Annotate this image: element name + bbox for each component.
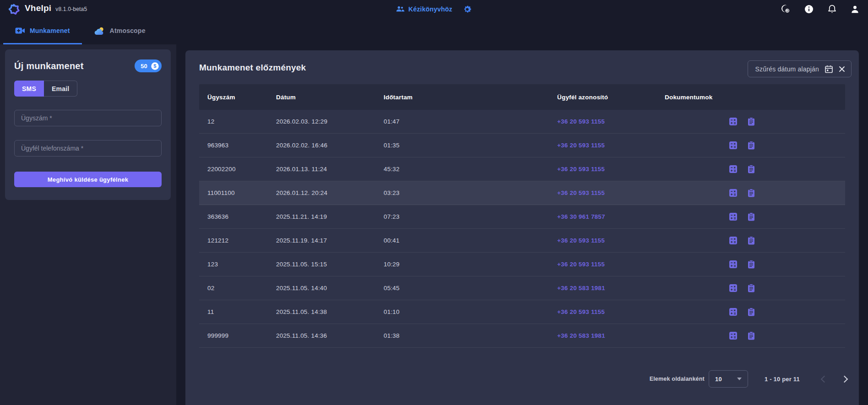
- table-row[interactable]: 02 2025.11.05. 14:40 05:45 +36 20 583 19…: [199, 276, 845, 300]
- settings-gear-icon[interactable]: [462, 5, 472, 14]
- calculator-icon[interactable]: [729, 141, 738, 150]
- info-icon[interactable]: [804, 4, 814, 14]
- table-row[interactable]: 11 2025.11.05. 14:38 01:10 +36 20 593 11…: [199, 300, 845, 324]
- table-row[interactable]: 11001100 2026.01.12. 20:24 03:23 +36 20 …: [199, 181, 845, 205]
- calculator-icon[interactable]: [729, 117, 738, 126]
- manual-link[interactable]: Kézikönyvhöz: [396, 5, 452, 13]
- notifications-bell-icon[interactable]: [827, 4, 837, 14]
- col-header-documents: Dokumentumok: [665, 94, 845, 101]
- client-phone-link[interactable]: +36 20 593 1155: [557, 261, 665, 268]
- cell-case-number: 22002200: [207, 166, 276, 173]
- email-toggle-button[interactable]: Email: [44, 81, 77, 97]
- client-phone-link[interactable]: +36 20 593 1155: [557, 118, 665, 125]
- people-icon: [396, 6, 405, 12]
- clipboard-icon[interactable]: [748, 260, 755, 269]
- chevron-down-icon: [737, 378, 742, 380]
- table-row[interactable]: 12 2026.02.03. 12:29 01:47 +36 20 593 11…: [199, 110, 845, 134]
- col-header-client: Ügyfél azonosító: [557, 94, 665, 101]
- clipboard-icon[interactable]: [748, 212, 755, 221]
- sms-toggle-button[interactable]: SMS: [14, 81, 44, 97]
- cell-duration: 01:38: [384, 332, 557, 339]
- app-logo-star-icon: [8, 3, 21, 16]
- app-name: Vhelpi: [25, 3, 51, 13]
- clipboard-icon[interactable]: [748, 189, 755, 197]
- table-row[interactable]: 121212 2025.11.19. 14:17 00:41 +36 20 59…: [199, 229, 845, 253]
- col-header-date: Dátum: [276, 94, 384, 101]
- cell-date: 2026.01.12. 20:24: [276, 189, 384, 196]
- client-phone-link[interactable]: +36 30 961 7857: [557, 213, 665, 220]
- calculator-icon[interactable]: [729, 189, 738, 197]
- client-phone-input[interactable]: [14, 140, 162, 157]
- credits-count: 50: [141, 63, 147, 70]
- clipboard-icon[interactable]: [748, 284, 755, 292]
- col-header-duration: Időtartam: [384, 94, 557, 101]
- calculator-icon[interactable]: [729, 212, 738, 221]
- calculator-icon[interactable]: [729, 165, 738, 173]
- clipboard-icon[interactable]: [748, 331, 755, 340]
- cell-case-number: 999999: [207, 332, 276, 339]
- app-version: v8.1.0-beta5: [55, 6, 87, 12]
- client-phone-link[interactable]: +36 20 593 1155: [557, 142, 665, 149]
- calculator-icon[interactable]: [729, 331, 738, 340]
- clipboard-icon[interactable]: [748, 236, 755, 245]
- date-filter-input[interactable]: Szűrés dátum alapján: [748, 60, 852, 77]
- cell-duration: 45:32: [384, 166, 557, 173]
- calculator-icon[interactable]: [729, 308, 738, 316]
- cell-case-number: 121212: [207, 237, 276, 244]
- client-phone-link[interactable]: +36 20 593 1155: [557, 308, 665, 315]
- clipboard-icon[interactable]: [748, 117, 755, 126]
- col-header-case: Ügyszám: [207, 94, 276, 101]
- client-phone-link[interactable]: +36 20 593 1155: [557, 237, 665, 244]
- tab-label: Munkamenet: [30, 27, 70, 34]
- coin-dollar-icon: $: [151, 62, 159, 70]
- client-phone-link[interactable]: +36 20 593 1155: [557, 189, 665, 196]
- table-header-row: Ügyszám Dátum Időtartam Ügyfél azonosító…: [199, 84, 845, 110]
- pagination-range: 1 - 10 per 11: [765, 376, 800, 383]
- cell-date: 2026.02.02. 16:46: [276, 142, 384, 149]
- table-row[interactable]: 363636 2025.11.21. 14:19 07:23 +36 30 96…: [199, 205, 845, 229]
- clear-filter-icon[interactable]: [839, 66, 845, 72]
- brand: Vhelpi v8.1.0-beta5: [8, 3, 87, 16]
- tab-atmoscope[interactable]: Atmoscope: [82, 18, 157, 44]
- per-page-select[interactable]: 10: [709, 370, 748, 388]
- clipboard-icon[interactable]: [748, 308, 755, 316]
- calculator-icon[interactable]: [729, 284, 738, 292]
- clipboard-icon[interactable]: [748, 141, 755, 150]
- session-history-card: Munkamenet előzmények Szűrés dátum alapj…: [185, 50, 859, 405]
- calculator-icon[interactable]: [729, 236, 738, 245]
- cell-duration: 05:45: [384, 285, 557, 292]
- clipboard-icon[interactable]: [748, 165, 755, 173]
- cell-duration: 03:23: [384, 189, 557, 196]
- cell-case-number: 363636: [207, 213, 276, 220]
- left-panel: Új munkamenet 50 $ SMS Email: [0, 44, 176, 405]
- cell-duration: 10:29: [384, 261, 557, 268]
- cell-date: 2025.11.21. 14:19: [276, 213, 384, 220]
- client-phone-link[interactable]: +36 20 583 1981: [557, 332, 665, 339]
- send-invite-button[interactable]: Meghívó küldése ügyfélnek: [14, 172, 162, 187]
- cell-duration: 00:41: [384, 237, 557, 244]
- channel-toggle: SMS Email: [14, 81, 162, 97]
- cell-duration: 01:35: [384, 142, 557, 149]
- calendar-icon[interactable]: [825, 65, 833, 73]
- tab-label: Atmoscope: [110, 27, 146, 34]
- table-body: 12 2026.02.03. 12:29 01:47 +36 20 593 11…: [199, 110, 845, 348]
- tab-munkamenet[interactable]: Munkamenet: [3, 18, 82, 44]
- language-icon[interactable]: [781, 4, 791, 14]
- client-phone-link[interactable]: +36 20 593 1155: [557, 166, 665, 173]
- next-page-chevron-icon[interactable]: [841, 375, 848, 383]
- client-phone-link[interactable]: +36 20 583 1981: [557, 285, 665, 292]
- table-row[interactable]: 999999 2025.11.05. 14:36 01:38 +36 20 58…: [199, 324, 845, 348]
- table-row[interactable]: 123 2025.11.05. 15:15 10:29 +36 20 593 1…: [199, 253, 845, 276]
- cell-date: 2025.11.05. 14:36: [276, 332, 384, 339]
- calculator-icon[interactable]: [729, 260, 738, 269]
- profile-person-icon[interactable]: [850, 5, 860, 14]
- prev-page-chevron-icon[interactable]: [821, 375, 828, 383]
- credits-badge[interactable]: 50 $: [135, 59, 162, 72]
- table-row[interactable]: 22002200 2026.01.13. 11:24 45:32 +36 20 …: [199, 157, 845, 181]
- cell-case-number: 11: [207, 308, 276, 315]
- cell-date: 2026.01.13. 11:24: [276, 166, 384, 173]
- table-row[interactable]: 963963 2026.02.02. 16:46 01:35 +36 20 59…: [199, 134, 845, 157]
- per-page-value: 10: [715, 376, 722, 383]
- cell-case-number: 11001100: [207, 189, 276, 196]
- case-number-input[interactable]: [14, 110, 162, 126]
